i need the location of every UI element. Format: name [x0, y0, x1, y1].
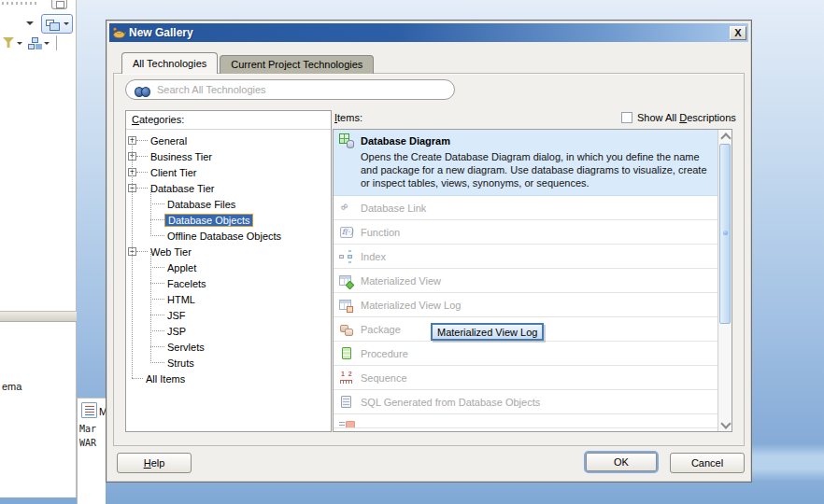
schema-text-fragment: ema — [2, 381, 21, 392]
item-label: SQL Generated from Database Objects — [361, 397, 540, 408]
messages-log-panel: M Mar WAR — [77, 398, 106, 504]
ok-button[interactable]: OK — [586, 453, 657, 471]
item-database-diagram[interactable]: Database DiagramOpens the Create Databas… — [334, 130, 717, 196]
filter-icon[interactable] — [3, 37, 14, 48]
tree-node-label: All Items — [143, 372, 188, 385]
dropdown-arrow-icon[interactable] — [17, 42, 22, 45]
sequence-icon — [339, 371, 354, 385]
tree-connector — [150, 219, 164, 220]
tab-content-panel: Search All Technologies Categories: +Gen… — [113, 73, 745, 446]
items-scrollbar[interactable] — [717, 130, 732, 431]
tree-node-database-tier[interactable]: −Database Tier — [128, 180, 331, 196]
items-list: Database DiagramOpens the Create Databas… — [334, 130, 717, 431]
scrollbar-thumb[interactable] — [719, 144, 731, 324]
technology-tabs: All Technologies Current Project Technol… — [113, 52, 374, 74]
tree-node-applet[interactable]: Applet — [128, 259, 331, 275]
item-database-link[interactable]: Database Link — [334, 196, 717, 220]
item-row-head: Function — [339, 225, 712, 240]
tree-node-general[interactable]: +General — [128, 133, 331, 148]
item-row-head: Procedure — [339, 346, 712, 361]
scroll-down-icon[interactable] — [718, 418, 732, 431]
close-button[interactable]: X — [730, 26, 746, 40]
tree-node-facelets[interactable]: Facelets — [128, 275, 331, 291]
database-diagram-icon — [339, 133, 354, 148]
tree-node-label: Offline Database Objects — [164, 230, 284, 243]
tree-node-database-objects[interactable]: Database Objects — [128, 212, 331, 228]
tree-connector — [150, 203, 164, 204]
procedure-icon — [339, 346, 354, 361]
tree-node-struts[interactable]: Struts — [128, 355, 331, 371]
item-label: Package — [361, 324, 401, 335]
item-row-head: Sequence — [339, 371, 712, 385]
tooltip: Materialized View Log — [431, 323, 544, 341]
item-sql-generated-from-database-objects[interactable]: SQL Generated from Database Objects — [334, 390, 717, 414]
scroll-up-icon[interactable] — [718, 130, 732, 143]
tree-connector — [136, 156, 148, 157]
dropdown-arrow-icon — [64, 22, 69, 25]
search-input[interactable]: Search All Technologies — [125, 79, 455, 100]
item-index[interactable]: Index — [334, 245, 717, 269]
tree-node-label: Database Tier — [148, 182, 217, 195]
items-header: Items: — [334, 112, 362, 123]
item-label: Index — [361, 251, 386, 262]
tab-all-technologies[interactable]: All Technologies — [121, 52, 218, 74]
dropdown-arrow-icon[interactable] — [26, 21, 34, 25]
tree-connector — [150, 299, 164, 300]
ide-left-panel: ema — [0, 0, 77, 497]
categories-tree: +General+Business Tier+Client Tier−Datab… — [126, 130, 331, 430]
item-row-head: Index — [339, 249, 712, 264]
tree-node-label: General — [148, 134, 190, 147]
gallery-lamp-icon — [112, 26, 126, 39]
tree-connector — [136, 188, 148, 189]
panel-divider[interactable] — [0, 311, 77, 322]
tree-node-offline-database-objects[interactable]: Offline Database Objects — [128, 228, 331, 244]
item-materialized-view-log[interactable]: Materialized View Log — [334, 293, 717, 317]
tree-node-jsp[interactable]: JSP — [128, 323, 331, 339]
tree-connector — [136, 251, 148, 252]
tree-connector — [150, 315, 164, 315]
dropdown-arrow-icon[interactable] — [44, 42, 50, 45]
item-function[interactable]: Function — [334, 220, 717, 245]
dialog-titlebar[interactable]: New Gallery X — [109, 23, 748, 42]
index-icon — [339, 249, 354, 264]
tree-node-html[interactable]: HTML — [128, 291, 331, 307]
tree-connector — [150, 283, 164, 284]
tree-root-line — [132, 140, 133, 378]
show-all-descriptions-control[interactable]: Show All Descriptions — [621, 110, 736, 125]
help-button[interactable]: Help — [117, 453, 192, 473]
item-procedure[interactable]: Procedure — [334, 342, 717, 366]
toolbar-partial-icon[interactable] — [51, 0, 67, 9]
tree-node-database-files[interactable]: Database Files — [128, 196, 331, 212]
tree-view-icon[interactable] — [28, 37, 40, 49]
tree-node-jsf[interactable]: JSF — [128, 307, 331, 323]
cancel-button[interactable]: Cancel — [670, 453, 745, 473]
tree-branch-line — [150, 252, 151, 363]
tree-connector — [136, 172, 148, 173]
messages-log-icon[interactable] — [81, 402, 97, 418]
item-label: Procedure — [361, 348, 408, 359]
item-sequence[interactable]: Sequence — [334, 366, 717, 390]
window-layout-button[interactable] — [41, 14, 73, 34]
item-description: Opens the Create Database Diagram dialog… — [361, 150, 710, 189]
tree-node-servlets[interactable]: Servlets — [128, 339, 331, 355]
tab-current-project-technologies[interactable]: Current Project Technologies — [220, 55, 374, 74]
tree-connector — [136, 140, 148, 141]
item-label: Materialized View — [361, 275, 441, 287]
window-icon — [46, 20, 54, 26]
tree-node-business-tier[interactable]: +Business Tier — [128, 148, 331, 164]
sql-generated-icon — [339, 395, 354, 410]
item-row-head: Materialized View Log — [339, 298, 712, 313]
tree-node-web-tier[interactable]: −Web Tier — [128, 244, 331, 259]
tree-node-all-items[interactable]: All Items — [128, 371, 331, 386]
tree-node-client-tier[interactable]: +Client Tier — [128, 164, 331, 180]
search-placeholder: Search All Technologies — [157, 84, 266, 95]
show-all-descriptions-checkbox[interactable] — [621, 112, 632, 123]
item-row-head: Database Link — [339, 201, 712, 216]
item-materialized-view[interactable]: Materialized View — [334, 269, 717, 293]
tree-node-label: Client Tier — [148, 166, 200, 179]
item-row-head: Materialized View — [339, 273, 712, 288]
package-icon — [339, 322, 354, 337]
database-link-icon — [339, 201, 354, 216]
item-partial[interactable] — [334, 414, 717, 428]
tree-node-label: Servlets — [164, 341, 207, 354]
